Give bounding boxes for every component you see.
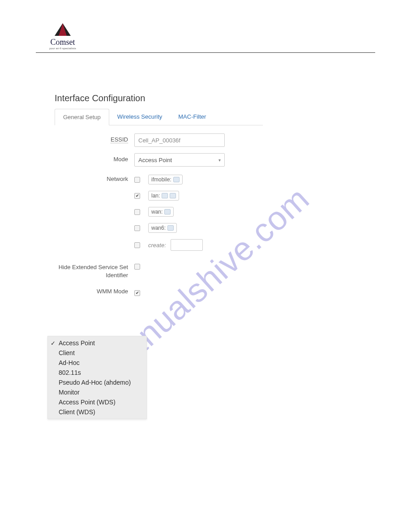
label-network: Network <box>55 173 134 182</box>
network-create-input[interactable] <box>171 239 203 251</box>
mode-option-label: Pseudo Ad-Hoc (ahdemo) <box>59 379 131 386</box>
create-label: create: <box>148 242 166 249</box>
row-wmm: WMM Mode <box>55 285 322 296</box>
mode-option-monitor[interactable]: Monitor <box>48 387 146 397</box>
label-hide-essid: Hide Extended Service Set Identifier <box>55 261 134 279</box>
tab-security-label: Wireless Security <box>117 113 162 120</box>
brand-tagline: your wi-fi specialists <box>49 47 76 50</box>
essid-input[interactable] <box>134 133 225 147</box>
chip-label-lan: lan: <box>151 193 160 199</box>
row-network: Network ifmobile: lan: <box>55 173 322 251</box>
device-icon <box>173 177 180 182</box>
tab-wireless-security[interactable]: Wireless Security <box>109 109 170 125</box>
tab-mac-filter[interactable]: MAC-Filter <box>170 109 214 125</box>
label-essid: ESSID <box>55 133 134 143</box>
network-wan6-checkbox[interactable] <box>134 225 140 231</box>
network-item-lan: lan: <box>134 191 322 201</box>
mode-select-value: Access Point <box>138 157 172 163</box>
mode-option-ap-wds[interactable]: Access Point (WDS) <box>48 397 146 407</box>
chip-label-wan: wan: <box>151 209 163 215</box>
network-chip-wan6: wan6: <box>148 223 177 233</box>
logo-triangle-icon <box>51 22 74 37</box>
mode-option-label: 802.11s <box>59 369 81 376</box>
interface-config-panel: Interface Configuration General Setup Wi… <box>0 53 322 296</box>
mode-option-label: Client (WDS) <box>59 408 95 416</box>
mode-option-label: Ad-Hoc <box>59 359 80 366</box>
mode-option-pseudo-adhoc[interactable]: Pseudo Ad-Hoc (ahdemo) <box>48 378 146 387</box>
page-title: Interface Configuration <box>55 93 322 103</box>
network-ifmobile-checkbox[interactable] <box>134 177 140 183</box>
mode-option-80211s[interactable]: 802.11s <box>48 368 146 378</box>
hide-essid-checkbox[interactable] <box>134 264 140 270</box>
mode-option-client-wds[interactable]: Client (WDS) <box>48 407 146 417</box>
network-wan-checkbox[interactable] <box>134 209 140 215</box>
label-wmm: WMM Mode <box>55 285 134 295</box>
page-header: Comset your wi-fi specialists <box>0 0 411 50</box>
device-icon <box>162 193 168 198</box>
network-item-create: create: <box>134 239 322 251</box>
mode-select[interactable]: Access Point <box>134 153 225 167</box>
check-icon: ✓ <box>50 340 56 347</box>
device-icon <box>164 209 171 215</box>
row-hide-essid: Hide Extended Service Set Identifier <box>55 261 322 279</box>
network-lan-checkbox[interactable] <box>134 193 140 199</box>
network-item-ifmobile: ifmobile: <box>134 175 322 184</box>
network-chip-ifmobile: ifmobile: <box>148 175 183 184</box>
device-icon <box>167 225 174 231</box>
chip-label-wan6: wan6: <box>151 225 166 231</box>
chip-label-ifmobile: ifmobile: <box>151 176 171 183</box>
tab-macfilter-label: MAC-Filter <box>178 113 206 120</box>
brand-logo: Comset your wi-fi specialists <box>43 22 83 50</box>
mode-option-label: Access Point (WDS) <box>59 399 116 406</box>
tab-general-setup[interactable]: General Setup <box>55 109 109 125</box>
mode-option-adhoc[interactable]: Ad-Hoc <box>48 358 146 368</box>
network-create-checkbox[interactable] <box>134 242 140 248</box>
mode-option-label: Monitor <box>59 389 80 396</box>
network-item-wan6: wan6: <box>134 223 322 233</box>
mode-options-popup: ✓ Access Point Client Ad-Hoc 802.11s Pse… <box>47 336 147 419</box>
row-essid: ESSID <box>55 133 322 147</box>
general-setup-form: ESSID Mode Access Point Network i <box>55 125 322 296</box>
brand-name: Comset <box>50 38 75 47</box>
network-list: ifmobile: lan: <box>134 173 322 251</box>
network-item-wan: wan: <box>134 207 322 217</box>
tab-general-label: General Setup <box>63 114 101 120</box>
label-mode: Mode <box>55 153 134 163</box>
network-chip-wan: wan: <box>148 207 174 217</box>
row-mode: Mode Access Point <box>55 153 322 167</box>
mode-option-client[interactable]: Client <box>48 348 146 358</box>
network-chip-lan: lan: <box>148 191 179 201</box>
wmm-checkbox[interactable] <box>134 290 140 296</box>
mode-option-access-point[interactable]: ✓ Access Point <box>48 338 146 348</box>
mode-option-label: Access Point <box>59 339 95 347</box>
mode-option-label: Client <box>59 349 75 356</box>
device-icon <box>170 193 176 198</box>
tab-bar: General Setup Wireless Security MAC-Filt… <box>55 109 263 125</box>
